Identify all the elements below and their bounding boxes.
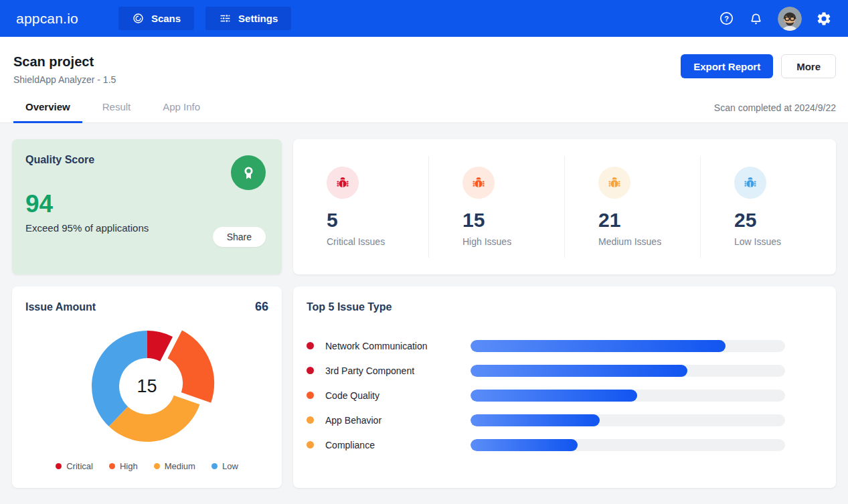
issue-type-dot bbox=[307, 367, 314, 374]
legend-dot bbox=[154, 463, 160, 469]
legend-item-critical[interactable]: Critical bbox=[56, 461, 93, 471]
issue-type-dot bbox=[307, 416, 314, 424]
issue-type-bar-fill bbox=[471, 414, 600, 426]
issue-type-row: 3rd Party Component bbox=[307, 358, 823, 383]
issue-stats-card: 5 Critical Issues 15 bbox=[293, 139, 836, 274]
tab-bar: Overview Result App Info Scan completed … bbox=[13, 101, 836, 122]
title-block: Scan project ShieldApp Analyzer - 1.5 bbox=[13, 54, 116, 85]
nav-scans-button[interactable]: Scans bbox=[118, 7, 194, 30]
stat-low: 25 Low Issues bbox=[700, 156, 836, 258]
stat-label: Medium Issues bbox=[598, 236, 700, 247]
more-button[interactable]: More bbox=[781, 54, 836, 78]
nav-buttons: Scans Settings bbox=[118, 7, 291, 30]
sliders-icon bbox=[219, 12, 232, 25]
legend-item-medium[interactable]: Medium bbox=[154, 461, 195, 471]
stat-value: 5 bbox=[327, 209, 428, 231]
legend-dot bbox=[56, 463, 62, 469]
navbar: appcan.io Scans bbox=[0, 0, 848, 37]
issue-type-bar-track bbox=[471, 340, 785, 352]
quality-score-card: Quality Score 94 Exceed 95% of applicati… bbox=[12, 139, 282, 274]
stat-medium: 21 Medium Issues bbox=[564, 156, 700, 258]
help-icon[interactable]: ? bbox=[719, 11, 734, 26]
issue-type-row: App Behavior bbox=[307, 408, 823, 432]
tab-result[interactable]: Result bbox=[90, 101, 143, 123]
medal-icon bbox=[231, 155, 266, 190]
top-issue-types-title: Top 5 Issue Type bbox=[307, 301, 823, 313]
top-issue-types-card: Top 5 Issue Type Network Communication 3… bbox=[293, 286, 836, 488]
legend-label: Medium bbox=[165, 461, 195, 471]
nav-settings-button[interactable]: Settings bbox=[205, 7, 291, 30]
stat-icon-chip bbox=[462, 167, 495, 199]
scan-completed-status: Scan completed at 2024/9/22 bbox=[714, 102, 836, 122]
stat-icon-chip bbox=[734, 167, 766, 199]
stat-icon-chip bbox=[598, 167, 630, 199]
stat-label: Critical Issues bbox=[327, 236, 428, 247]
share-button[interactable]: Share bbox=[213, 227, 266, 247]
legend-label: High bbox=[120, 461, 138, 471]
bell-icon[interactable] bbox=[748, 11, 764, 26]
page-header: Scan project ShieldApp Analyzer - 1.5 Ex… bbox=[0, 37, 848, 123]
issue-type-bar-track bbox=[471, 365, 785, 377]
issue-amount-card: Issue Amount 66 15 Critical High Medium bbox=[12, 286, 282, 488]
issue-type-bar-track bbox=[471, 390, 785, 402]
app: appcan.io Scans bbox=[0, 0, 848, 504]
nav-settings-label: Settings bbox=[238, 13, 278, 24]
issue-type-row: Network Communication bbox=[307, 333, 823, 358]
stat-label: Low Issues bbox=[734, 236, 836, 247]
issue-type-row: Code Quality bbox=[307, 383, 823, 408]
stat-value: 25 bbox=[734, 209, 836, 231]
gear-icon[interactable] bbox=[816, 11, 832, 27]
tab-overview[interactable]: Overview bbox=[13, 101, 82, 123]
page-title: Scan project bbox=[13, 54, 116, 70]
tab-app-info[interactable]: App Info bbox=[151, 101, 212, 123]
issue-type-bar-fill bbox=[471, 390, 637, 402]
stat-value: 21 bbox=[598, 209, 700, 231]
main-content: Quality Score 94 Exceed 95% of applicati… bbox=[0, 123, 848, 504]
stat-value: 15 bbox=[462, 209, 564, 231]
legend-dot bbox=[211, 463, 218, 469]
issue-type-label: App Behavior bbox=[325, 415, 471, 426]
bug-icon bbox=[471, 175, 486, 190]
bug-icon bbox=[335, 175, 350, 190]
bug-icon bbox=[743, 175, 758, 190]
stat-label: High Issues bbox=[462, 236, 564, 247]
issue-type-label: Network Communication bbox=[325, 341, 471, 351]
issue-type-dot bbox=[307, 441, 314, 448]
issue-type-bar-fill bbox=[471, 340, 726, 352]
stat-critical: 5 Critical Issues bbox=[293, 156, 428, 258]
donut-legend: Critical High Medium Low bbox=[25, 461, 268, 471]
issue-type-bar-track bbox=[471, 414, 785, 426]
bug-icon bbox=[607, 175, 622, 190]
svg-text:?: ? bbox=[724, 15, 729, 23]
issue-type-label: Compliance bbox=[325, 440, 471, 450]
stat-icon-chip bbox=[327, 167, 359, 199]
avatar[interactable] bbox=[778, 7, 802, 31]
issue-type-label: Code Quality bbox=[325, 390, 471, 401]
nav-scans-label: Scans bbox=[151, 13, 181, 24]
header-actions: Export Report More bbox=[681, 54, 836, 78]
quality-score-value: 94 bbox=[25, 191, 268, 216]
issue-amount-total: 66 bbox=[255, 300, 268, 314]
legend-dot bbox=[109, 463, 115, 469]
issue-type-dot bbox=[307, 342, 314, 349]
issue-amount-title: Issue Amount bbox=[25, 301, 96, 313]
issue-type-dot bbox=[307, 392, 314, 399]
legend-item-high[interactable]: High bbox=[109, 461, 138, 471]
donut-svg bbox=[76, 315, 218, 457]
stat-high: 15 High Issues bbox=[428, 156, 564, 258]
page-subtitle: ShieldApp Analyzer - 1.5 bbox=[13, 74, 116, 85]
issue-amount-donut[interactable]: 15 bbox=[76, 315, 218, 457]
issue-type-bar-track bbox=[471, 439, 785, 451]
legend-item-low[interactable]: Low bbox=[211, 461, 238, 471]
issue-type-row: Compliance bbox=[307, 432, 823, 457]
issue-type-bar-fill bbox=[471, 365, 687, 377]
app-logo[interactable]: appcan.io bbox=[16, 11, 78, 27]
legend-label: Critical bbox=[66, 461, 93, 471]
export-report-button[interactable]: Export Report bbox=[681, 54, 773, 78]
navbar-right: ? bbox=[719, 7, 832, 31]
quality-score-title: Quality Score bbox=[25, 154, 268, 166]
scan-icon bbox=[132, 12, 145, 25]
issue-type-label: 3rd Party Component bbox=[325, 365, 471, 376]
issue-type-bar-fill bbox=[471, 439, 578, 451]
issue-type-rows: Network Communication 3rd Party Componen… bbox=[307, 333, 823, 457]
